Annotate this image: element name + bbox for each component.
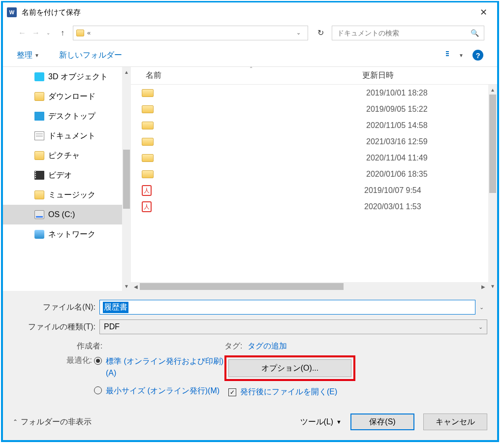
file-list[interactable]: 2019/10/01 18:282019/09/05 15:222020/11/… [131, 85, 488, 282]
sidebar-item[interactable]: ビデオ [3, 165, 122, 185]
address-dropdown-icon[interactable]: ⌄ [292, 30, 305, 36]
file-row[interactable]: 2020/03/01 1:53 [131, 198, 488, 215]
address-bar[interactable]: « ⌄ [73, 26, 308, 40]
filename-input[interactable]: 履歴書 [99, 300, 475, 315]
tags-add-link[interactable]: タグの追加 [248, 342, 287, 350]
checkbox-icon: ✓ [228, 388, 236, 396]
tools-label: ツール(L) [300, 417, 334, 427]
hide-folders-label: フォルダーの非表示 [21, 417, 92, 427]
sidebar-item-label: ダウンロード [48, 92, 95, 102]
search-box[interactable]: 🔍 [332, 26, 484, 40]
history-dropdown[interactable]: ⌄ [46, 30, 50, 35]
filename-value: 履歴書 [103, 302, 128, 313]
scroll-up-icon[interactable]: ▲ [124, 68, 129, 76]
sidebar-item-label: ドキュメント [48, 131, 95, 141]
sidebar-scrollbar[interactable]: ▲ ▼ [122, 67, 131, 291]
sidebar-item[interactable]: ドキュメント [3, 126, 122, 146]
column-name-header[interactable]: 名前 [131, 70, 362, 81]
filename-dropdown-icon[interactable]: ⌄ [475, 304, 487, 311]
folder-icon [34, 151, 44, 160]
close-button[interactable]: ✕ [473, 7, 493, 18]
pdf-icon [142, 201, 152, 212]
view-mode-button[interactable]: ▼ [446, 50, 464, 60]
vertical-scrollbar[interactable]: ▲ ▼ [488, 85, 497, 291]
file-row[interactable]: 2020/01/06 18:35 [131, 166, 488, 182]
cancel-button[interactable]: キャンセル [423, 413, 487, 430]
sidebar-item[interactable]: ダウンロード [3, 87, 122, 106]
scroll-down-icon[interactable]: ▼ [124, 282, 129, 290]
breadcrumb: « [87, 29, 91, 36]
sidebar-item[interactable]: ネットワーク [3, 224, 122, 244]
tools-dropdown[interactable]: ツール(L) ▼ [300, 417, 342, 427]
desktop-icon [34, 112, 44, 121]
sidebar-item-label: 3D オブジェクト [48, 72, 108, 82]
organize-button[interactable]: 整理 ▼ [17, 50, 39, 61]
pdf-icon [142, 185, 152, 196]
save-button[interactable]: 保存(S) [350, 413, 414, 430]
sidebar-item[interactable]: ピクチャ [3, 146, 122, 165]
scroll-thumb[interactable] [123, 150, 130, 209]
file-date: 2020/11/04 11:49 [366, 154, 428, 162]
forward-button[interactable]: → [30, 27, 42, 39]
doc-icon [34, 131, 44, 140]
refresh-button[interactable]: ↻ [313, 28, 328, 37]
scroll-thumb[interactable] [489, 95, 496, 193]
file-date: 2020/11/05 14:58 [366, 121, 428, 130]
radio-standard-label: 標準 (オンライン発行および印刷)(A) [106, 355, 224, 379]
scroll-up-icon[interactable]: ▲ [490, 86, 495, 94]
file-date: 2019/10/07 9:54 [364, 186, 421, 195]
new-folder-button[interactable]: 新しいフォルダー [59, 50, 122, 61]
folder-icon [142, 105, 154, 113]
open-after-publish-checkbox[interactable]: ✓ 発行後にファイルを開く(E) [228, 387, 487, 397]
help-button[interactable]: ? [472, 50, 483, 61]
author-label: 作成者: [77, 342, 102, 350]
sidebar-item[interactable]: 3D オブジェクト [3, 67, 122, 87]
radio-minimum[interactable]: 最小サイズ (オンライン発行)(M) [94, 385, 224, 397]
options-button[interactable]: オプション(O)... [228, 359, 351, 377]
hide-folders-toggle[interactable]: ⌃ フォルダーの非表示 [13, 417, 92, 427]
file-row[interactable]: 2019/10/01 18:28 [131, 85, 488, 101]
sidebar-item-label: デスクトップ [48, 111, 95, 122]
file-row[interactable]: 2019/09/05 15:22 [131, 101, 488, 117]
horizontal-scrollbar[interactable]: ◀ ▶ [131, 282, 488, 291]
up-button[interactable]: ↑ [56, 27, 69, 39]
scroll-thumb[interactable] [140, 283, 344, 290]
video-icon [34, 171, 44, 180]
sidebar-item[interactable]: OS (C:) [3, 205, 122, 224]
chevron-down-icon: ▼ [34, 53, 39, 58]
file-row[interactable]: 2019/10/07 9:54 [131, 182, 488, 198]
folder-icon [142, 89, 154, 97]
dialog-footer: ⌃ フォルダーの非表示 ツール(L) ▼ 保存(S) キャンセル [3, 408, 497, 440]
back-button[interactable]: ← [16, 27, 29, 39]
options-button-highlight: オプション(O)... [224, 355, 355, 381]
window-title: 名前を付けて保存 [22, 8, 473, 17]
radio-minimum-label: 最小サイズ (オンライン発行)(M) [106, 385, 220, 397]
scroll-down-icon[interactable]: ▼ [490, 282, 495, 290]
radio-icon [94, 357, 102, 365]
sidebar-item[interactable]: デスクトップ [3, 106, 122, 126]
titlebar: W 名前を付けて保存 ✕ [3, 2, 497, 22]
scroll-left-icon[interactable]: ◀ [132, 284, 140, 289]
sidebar-item-label: ビデオ [48, 170, 72, 181]
file-date: 2021/03/16 12:59 [366, 137, 428, 146]
scroll-right-icon[interactable]: ▶ [479, 284, 487, 289]
filetype-select[interactable]: PDF ⌄ [99, 319, 487, 334]
column-date-header[interactable]: 更新日時 [362, 70, 497, 81]
file-row[interactable]: 2020/11/05 14:58 [131, 117, 488, 133]
chevron-down-icon: ▼ [459, 53, 464, 58]
net-icon [34, 230, 44, 239]
file-date: 2019/09/05 15:22 [366, 105, 428, 114]
navigation-bar: ← → ⌄ ↑ « ⌄ ↻ 🔍 [3, 22, 497, 44]
radio-standard[interactable]: 標準 (オンライン発行および印刷)(A) [94, 355, 224, 379]
folder-icon [142, 170, 154, 178]
sidebar-item[interactable]: ミュージック [3, 185, 122, 205]
open-after-label: 発行後にファイルを開く(E) [240, 387, 337, 397]
column-headers[interactable]: ⌃ 名前 更新日時 [131, 67, 497, 85]
search-input[interactable] [337, 29, 471, 37]
save-form: ファイル名(N): 履歴書 ⌄ ファイルの種類(T): PDF ⌄ 作成者: タ… [3, 291, 497, 408]
file-row[interactable]: 2021/03/16 12:59 [131, 133, 488, 150]
file-date: 2020/03/01 1:53 [364, 202, 421, 211]
folder-icon [142, 138, 154, 146]
file-row[interactable]: 2020/11/04 11:49 [131, 150, 488, 166]
chevron-up-icon: ⌃ [13, 418, 18, 425]
